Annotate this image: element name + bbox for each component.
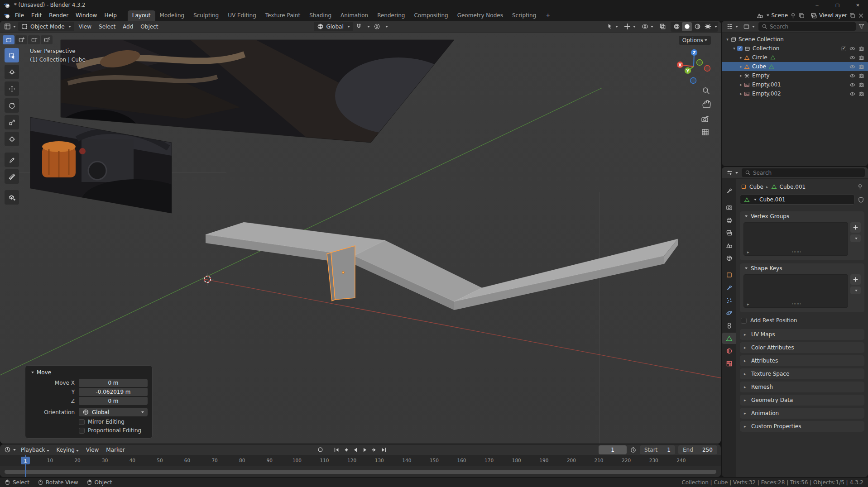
disable-render-camera-icon[interactable]: [858, 46, 864, 52]
tool-annotate[interactable]: [5, 153, 19, 167]
shape-keys-list[interactable]: ▸∷∷∷: [743, 274, 848, 308]
expand-arrow-icon[interactable]: ▾: [724, 37, 730, 42]
properties-tab-object-data[interactable]: [722, 333, 736, 344]
viewport-options-dropdown[interactable]: Options: [679, 36, 711, 45]
jump-end-button[interactable]: [379, 445, 388, 454]
workspace-tab-geometry-nodes[interactable]: Geometry Nodes: [453, 10, 508, 21]
proportional-edit-toggle[interactable]: [372, 22, 382, 31]
properties-tab-texture[interactable]: [722, 358, 736, 369]
viewport-menu-object[interactable]: Object: [137, 22, 162, 31]
hide-eye-icon[interactable]: [849, 55, 855, 61]
editor-type-properties[interactable]: [725, 168, 739, 177]
operator-checkbox-mirror-editing[interactable]: Mirror Editing: [79, 419, 148, 425]
properties-tab-world[interactable]: [722, 253, 736, 264]
add-shape-key-button[interactable]: [850, 274, 861, 285]
panel-custom-properties[interactable]: ▸Custom Properties: [740, 421, 864, 432]
editor-type-outliner[interactable]: [725, 22, 739, 31]
viewport-menu-select[interactable]: Select: [95, 22, 119, 31]
workspace-tab-scripting[interactable]: Scripting: [508, 10, 541, 21]
list-resize-grip[interactable]: ∷∷∷: [792, 302, 801, 306]
vertex-group-specials-button[interactable]: [850, 234, 861, 242]
workspace-tab-modeling[interactable]: Modeling: [155, 10, 189, 21]
viewport-menu-view[interactable]: View: [75, 22, 95, 31]
menu-file[interactable]: File: [11, 11, 28, 20]
add-vertex-group-button[interactable]: [850, 222, 861, 233]
shading-material-button[interactable]: [692, 22, 702, 31]
pin-id-icon[interactable]: [857, 183, 863, 190]
disable-render-camera-icon[interactable]: [858, 64, 864, 70]
properties-search-input[interactable]: [753, 170, 862, 176]
xray-toggle[interactable]: [658, 22, 667, 31]
current-frame-marker[interactable]: 1: [21, 457, 30, 464]
menu-edit[interactable]: Edit: [28, 11, 45, 20]
hide-eye-icon[interactable]: [849, 73, 855, 79]
overlays-dropdown[interactable]: [640, 22, 655, 31]
object-visibility-dropdown[interactable]: [605, 22, 619, 31]
expand-arrow-icon[interactable]: ▸: [738, 55, 744, 60]
properties-tab-render[interactable]: [722, 202, 736, 213]
operator-panel-header[interactable]: Move: [30, 368, 148, 379]
disable-render-camera-icon[interactable]: [858, 73, 864, 79]
select-mode-set[interactable]: [3, 35, 14, 44]
tool-cursor[interactable]: [5, 65, 19, 79]
editor-type-3d-viewport[interactable]: [3, 22, 17, 31]
operator-panel-move[interactable]: Move Move X0 mY-0.062019 mZ0 m Orientati…: [25, 365, 153, 439]
snap-dropdown[interactable]: [364, 25, 371, 29]
timeline-scrollbar[interactable]: [5, 470, 716, 474]
tool-rotate[interactable]: [5, 98, 19, 113]
frame-start-field[interactable]: Start1: [640, 445, 675, 454]
current-frame-field[interactable]: 1: [599, 445, 627, 454]
gizmos-dropdown[interactable]: [623, 22, 637, 31]
hide-eye-icon[interactable]: [849, 64, 855, 70]
expand-arrow-icon[interactable]: ▸: [738, 73, 744, 78]
properties-tab-physics[interactable]: [722, 307, 736, 319]
play-button[interactable]: [360, 445, 369, 454]
maximize-button[interactable]: ▢: [827, 0, 848, 10]
timeline-menu-keying[interactable]: Keying: [53, 445, 82, 454]
outliner-editor[interactable]: ▾Scene Collection▾✓Collection✓▸Circle▸Cu…: [722, 21, 868, 166]
gizmo-minus-y[interactable]: [697, 60, 703, 66]
shape-key-specials-button[interactable]: [850, 286, 861, 294]
mode-dropdown[interactable]: Object Mode: [18, 22, 74, 31]
properties-tab-tool[interactable]: [722, 185, 736, 196]
panel-animation[interactable]: ▸Animation: [740, 408, 864, 419]
properties-editor[interactable]: Cube ▸ Cube.001 Vertex Groups: [722, 167, 868, 477]
outliner-item-scene-collection[interactable]: ▾Scene Collection: [722, 35, 868, 44]
cube-object-selected[interactable]: [327, 246, 355, 301]
proportional-dropdown[interactable]: [383, 25, 389, 29]
properties-tab-object[interactable]: [722, 269, 736, 281]
outliner-search-input[interactable]: [770, 24, 853, 30]
new-scene-icon[interactable]: [798, 12, 805, 19]
hide-eye-icon[interactable]: [849, 82, 855, 88]
view-layer-selector[interactable]: ViewLayer: [810, 12, 864, 19]
prev-keyframe-button[interactable]: [341, 445, 350, 454]
frame-end-field[interactable]: End250: [678, 445, 717, 454]
workspace-tab-shading[interactable]: Shading: [305, 10, 336, 21]
workspace-tab-rendering[interactable]: Rendering: [373, 10, 409, 21]
properties-tab-output[interactable]: [722, 215, 736, 226]
operator-field-move-x[interactable]: 0 m: [79, 379, 148, 387]
add-rest-position-checkbox[interactable]: Add Rest Position: [740, 315, 864, 329]
panel-attributes[interactable]: ▸Attributes: [740, 355, 864, 366]
shading-solid-button[interactable]: [682, 22, 692, 31]
timeline-editor[interactable]: PlaybackKeyingViewMarker 1 Start1 End250: [0, 444, 721, 477]
tool-measure[interactable]: [5, 169, 19, 184]
outliner-item-cube[interactable]: ▸Cube: [722, 62, 868, 71]
timeline-menu-playback[interactable]: Playback: [17, 445, 53, 454]
snap-toggle[interactable]: [354, 22, 364, 31]
play-reverse-button[interactable]: [351, 445, 360, 454]
breadcrumb-object[interactable]: Cube: [749, 184, 763, 190]
scene-selector[interactable]: Scene: [757, 12, 805, 19]
jump-start-button[interactable]: [332, 445, 340, 454]
vertex-groups-list[interactable]: ▸∷∷∷: [743, 222, 848, 256]
auto-keying-toggle[interactable]: [316, 445, 325, 454]
operator-checkbox-proportional-editing[interactable]: Proportional Editing: [79, 427, 148, 434]
add-workspace-button[interactable]: +: [542, 12, 554, 19]
expand-arrow-icon[interactable]: ▾: [731, 46, 737, 51]
next-keyframe-button[interactable]: [370, 445, 379, 454]
panel-uv-maps[interactable]: ▸UV Maps: [740, 329, 864, 340]
tool-move[interactable]: [5, 81, 19, 96]
panel-remesh[interactable]: ▸Remesh: [740, 382, 864, 392]
outliner-display-mode-dropdown[interactable]: [742, 22, 756, 31]
stopwatch-icon[interactable]: [630, 446, 637, 453]
